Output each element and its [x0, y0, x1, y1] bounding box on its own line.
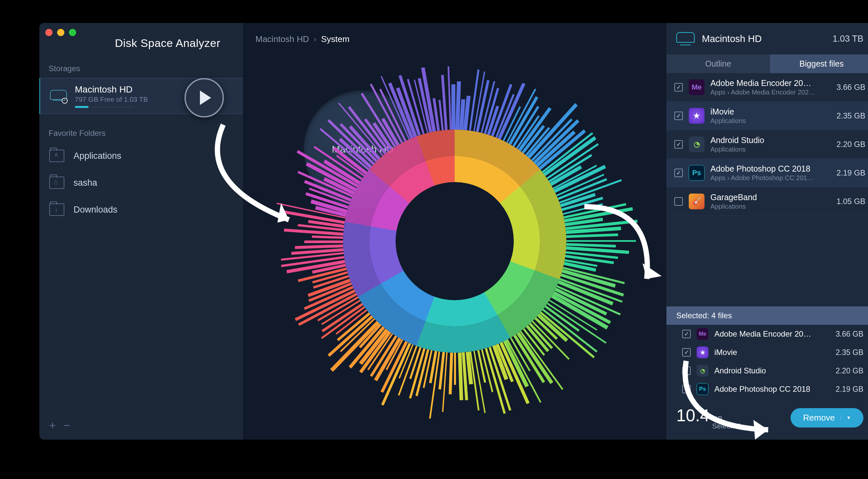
checkbox[interactable] [682, 348, 691, 357]
disk-size: 1.03 TB [833, 34, 863, 44]
file-name: Adobe Media Encoder 20… [714, 329, 830, 339]
file-path: Applications [710, 203, 831, 210]
total-unit: GB Selected [712, 415, 740, 430]
sidebar-item-label: Applications [73, 151, 121, 161]
checkbox[interactable] [674, 140, 683, 149]
file-name: GarageBand [710, 193, 831, 202]
file-name: Adobe Photoshop CC 2018 [714, 384, 830, 394]
file-path: Apps › Adobe Photoshop CC 201… [710, 174, 831, 182]
maximize-icon[interactable] [69, 29, 76, 36]
sidebar-item-downloads[interactable]: Downloads [39, 196, 243, 223]
file-name: iMovie [714, 348, 830, 357]
file-row[interactable]: Ps Adobe Photoshop CC 2018 Apps › Adobe … [666, 159, 868, 187]
chevron-down-icon[interactable]: ▼ [841, 415, 851, 420]
selected-list: Me Adobe Media Encoder 20… 3.66 GB ★ iMo… [666, 325, 868, 398]
app-icon: 🎸 [689, 194, 705, 209]
right-header: Macintosh HD 1.03 TB [666, 23, 868, 55]
sidebar-footer: + − [39, 411, 243, 440]
file-size: 2.19 GB [836, 168, 865, 178]
checkbox[interactable] [674, 111, 683, 120]
file-name: Android Studio [710, 135, 831, 145]
tab-outline[interactable]: Outline [666, 55, 770, 73]
close-icon[interactable] [45, 29, 53, 36]
app-icon: ★ [689, 108, 705, 124]
selected-row[interactable]: Ps Adobe Photoshop CC 2018 2.19 GB [666, 380, 868, 398]
checkbox[interactable] [674, 169, 683, 177]
sidebar-item-applications[interactable]: Applications [39, 142, 243, 169]
app-window: Disk Space Analyzer Storages Macintosh H… [39, 23, 868, 440]
disk-name: Macintosh HD [702, 33, 825, 44]
file-size: 2.35 GB [836, 348, 863, 357]
selected-total: 10.4 GB Selected [676, 406, 784, 430]
selected-header: Selected: 4 files [666, 307, 868, 325]
file-path: Apps › Adobe Media Encoder 202… [710, 89, 831, 96]
file-name: Adobe Photoshop CC 2018 [710, 164, 831, 173]
app-icon: Ps [696, 383, 708, 395]
selected-row[interactable]: ★ iMovie 2.35 GB [666, 343, 868, 361]
main-panel: Macintosh HD › System Macintosh HD [243, 23, 666, 440]
folder-icon [49, 203, 64, 216]
breadcrumb-current: System [321, 34, 350, 44]
file-size: 2.19 GB [836, 385, 863, 394]
storages-label: Storages [39, 59, 243, 78]
total-number: 10.4 [676, 406, 709, 425]
storage-usage-bar [75, 106, 134, 108]
app-icon: ★ [696, 347, 708, 358]
favorites-label: Favorite Folders [39, 124, 243, 142]
disk-icon [676, 32, 695, 45]
tab-biggest-files[interactable]: Biggest files [770, 55, 868, 73]
file-row[interactable]: ★ iMovie Applications 2.35 GB [666, 102, 868, 130]
file-name: Adobe Media Encoder 20… [710, 78, 831, 88]
remove-label: Remove [803, 413, 835, 423]
app-icon: ◔ [696, 365, 708, 377]
checkbox[interactable] [674, 197, 683, 206]
file-row[interactable]: ◔ Android Studio Applications 2.20 GB [666, 130, 868, 159]
play-annotation-icon [185, 78, 224, 118]
checkbox[interactable] [682, 330, 691, 338]
file-path: Applications [710, 117, 831, 125]
selected-row[interactable]: ◔ Android Studio 2.20 GB [666, 361, 868, 380]
remove-button[interactable]: Remove ▼ [790, 408, 863, 427]
sidebar-item-sasha[interactable]: sasha [39, 169, 243, 196]
selected-row[interactable]: Me Adobe Media Encoder 20… 3.66 GB [666, 325, 868, 343]
file-size: 3.66 GB [836, 83, 865, 92]
file-size: 1.05 GB [836, 197, 865, 206]
file-size: 2.20 GB [836, 366, 863, 375]
checkbox[interactable] [682, 366, 691, 375]
right-footer: 10.4 GB Selected Remove ▼ [666, 398, 868, 440]
sidebar-item-label: sasha [73, 178, 97, 188]
app-icon: Me [696, 328, 708, 340]
breadcrumb-root[interactable]: Macintosh HD [255, 34, 309, 44]
app-icon: Me [689, 79, 705, 95]
file-list: Me Adobe Media Encoder 20… Apps › Adobe … [666, 73, 868, 307]
checkbox[interactable] [674, 83, 683, 92]
file-name: iMovie [710, 107, 831, 117]
folder-icon [49, 150, 64, 162]
file-path: Applications [710, 146, 831, 153]
chevron-right-icon: › [313, 34, 316, 44]
sunburst-chart[interactable]: Macintosh HD [304, 90, 606, 392]
disk-icon [50, 90, 67, 102]
file-size: 2.35 GB [836, 111, 865, 120]
file-size: 2.20 GB [836, 140, 865, 149]
window-controls [45, 29, 76, 36]
add-button[interactable]: + [49, 419, 56, 432]
file-size: 3.66 GB [836, 330, 863, 339]
checkbox[interactable] [682, 385, 691, 393]
app-icon: Ps [689, 165, 705, 181]
file-name: Android Studio [714, 366, 830, 375]
file-row[interactable]: 🎸 GarageBand Applications 1.05 GB [666, 187, 868, 216]
right-panel: Macintosh HD 1.03 TB Outline Biggest fil… [666, 23, 868, 440]
minimize-icon[interactable] [57, 29, 64, 36]
breadcrumb: Macintosh HD › System [243, 23, 666, 56]
remove-button[interactable]: − [64, 419, 70, 432]
app-icon: ◔ [689, 136, 705, 152]
file-row[interactable]: Me Adobe Media Encoder 20… Apps › Adobe … [666, 73, 868, 102]
folder-icon [49, 177, 64, 189]
tabs: Outline Biggest files [666, 55, 868, 73]
sidebar-item-label: Downloads [73, 205, 118, 215]
